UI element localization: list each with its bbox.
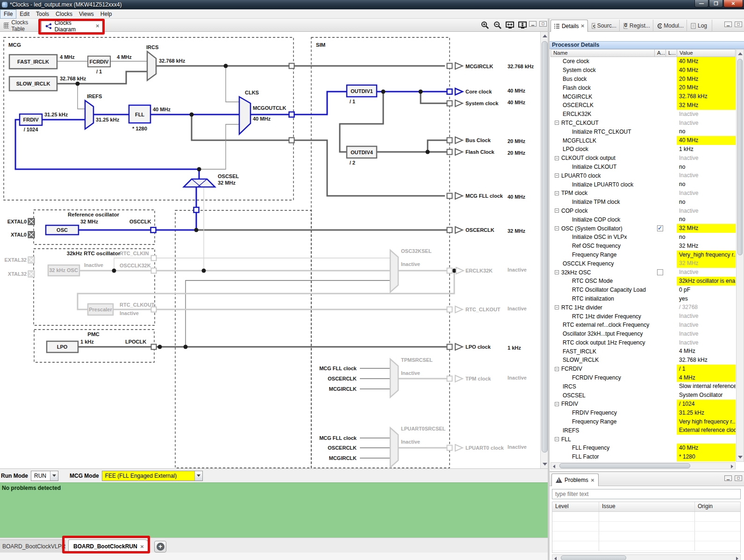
menu-clocks[interactable]: Clocks: [52, 10, 76, 18]
problems-horizontal-scrollbar[interactable]: [552, 554, 741, 560]
collapse-icon[interactable]: −: [555, 191, 559, 195]
scroll-left-icon[interactable]: [554, 557, 557, 560]
block-fcrdiv[interactable]: FCRDIV / 1: [88, 56, 110, 74]
details-row[interactable]: Frequency RangeVery_high frequency r...: [551, 251, 736, 259]
menu-edit[interactable]: Edit: [16, 10, 33, 18]
block-rtc32k-osc[interactable]: 32 kHz OSC: [48, 265, 79, 276]
collapse-icon[interactable]: −: [555, 367, 559, 371]
collapse-icon[interactable]: −: [555, 270, 559, 274]
add-config-button[interactable]: +: [154, 541, 166, 553]
problems-filter-input[interactable]: [552, 489, 741, 499]
details-row[interactable]: Initialize TPM clockno: [551, 198, 736, 207]
clocks-diagram-canvas[interactable]: MCG SIM Reference oscillator 32kHz RTC o…: [0, 32, 549, 468]
mux-clks[interactable]: CLKS: [239, 90, 259, 134]
details-row[interactable]: RTC 1Hz divider FrequencyInactive: [551, 312, 736, 321]
details-row[interactable]: IRCSSlow internal reference: [551, 382, 736, 391]
details-column-headers[interactable]: Name A... L... Value: [551, 49, 736, 57]
tab-close-icon[interactable]: ✕: [140, 544, 144, 549]
maximize-view-icon[interactable]: ◻: [735, 22, 742, 27]
menu-file[interactable]: File: [0, 9, 16, 19]
tab-sources[interactable]: c Sourc...: [589, 20, 620, 32]
tab-clocks-diagram[interactable]: Clocks Diagram ✕: [41, 20, 104, 32]
details-row[interactable]: IREFSExternal reference clock: [551, 426, 736, 435]
maximize-view-icon[interactable]: ◻: [539, 21, 547, 27]
menu-tools[interactable]: Tools: [33, 10, 52, 18]
checkbox[interactable]: ✓: [657, 225, 663, 231]
mux-ircs[interactable]: IRCS: [146, 44, 158, 80]
column-level[interactable]: Level: [552, 502, 599, 511]
column-origin[interactable]: Origin: [695, 502, 740, 511]
block-frdiv[interactable]: FRDIV / 1024: [20, 114, 42, 132]
scroll-right-icon[interactable]: [731, 465, 733, 468]
details-row[interactable]: Initialize COP clockno: [551, 215, 736, 224]
block-slow-irclk[interactable]: SLOW_IRCLK: [9, 77, 57, 91]
fit-height-icon[interactable]: [518, 21, 527, 29]
zoom-in-icon[interactable]: [480, 21, 489, 29]
minimize-view-icon[interactable]: ▁: [724, 22, 732, 27]
scroll-left-icon[interactable]: [553, 465, 555, 468]
column-a[interactable]: A...: [655, 50, 666, 57]
collapse-icon[interactable]: −: [555, 173, 559, 178]
scroll-up-icon[interactable]: [738, 52, 743, 55]
details-row[interactable]: −FCRDIV/ 1: [551, 365, 736, 373]
details-row[interactable]: RTC clock output 1Hz FrequencyInactive: [551, 338, 736, 347]
details-row[interactable]: −COP clockInactive: [551, 207, 736, 215]
details-horizontal-scrollbar[interactable]: [551, 462, 736, 469]
pin-extal0[interactable]: [28, 218, 35, 225]
minimize-view-icon[interactable]: ▁: [529, 21, 537, 27]
details-row[interactable]: Bus clock20 MHz: [551, 75, 736, 84]
mcg-mode-select[interactable]: FEE (FLL Engaged External): [102, 471, 203, 481]
boundary-connectors[interactable]: [151, 64, 452, 451]
menu-help[interactable]: Help: [97, 10, 115, 18]
minimize-button[interactable]: —: [694, 0, 708, 7]
details-row[interactable]: LPO clock1 kHz: [551, 145, 736, 154]
mux-oscsel[interactable]: OSCSEL 32 MHz: [184, 173, 239, 187]
pin-xtal32[interactable]: [28, 271, 35, 277]
scroll-down-icon[interactable]: [543, 463, 547, 466]
details-row[interactable]: Ref OSC frequency32 MHz: [551, 242, 736, 251]
tab-bootclockrun[interactable]: BOARD_BootClockRUN ✕: [68, 539, 149, 553]
block-osc[interactable]: OSC: [46, 225, 79, 235]
tab-registers[interactable]: 01 Regist...: [621, 20, 653, 32]
collapse-icon[interactable]: −: [555, 121, 559, 125]
close-button[interactable]: ✕: [723, 0, 743, 7]
collapse-icon[interactable]: −: [555, 208, 559, 213]
block-outdiv1[interactable]: OUTDIV1 / 1: [347, 85, 377, 104]
details-row[interactable]: FCRDIV Frequency4 MHz: [551, 373, 736, 382]
details-row[interactable]: −CLKOUT clock outputInactive: [551, 154, 736, 163]
scroll-down-icon[interactable]: [738, 456, 743, 459]
scrollbar-thumb[interactable]: [542, 41, 548, 452]
details-row[interactable]: MCGIRCLK32.768 kHz: [551, 92, 736, 101]
details-row[interactable]: SLOW_IRCLK32.768 kHz: [551, 356, 736, 365]
details-row[interactable]: Frequency RangeVery high frequency r...: [551, 417, 736, 426]
collapse-icon[interactable]: −: [555, 402, 559, 406]
details-row[interactable]: RTC external ref...clock FrequencyInacti…: [551, 321, 736, 330]
scrollbar-thumb[interactable]: [561, 555, 626, 560]
details-row[interactable]: Initialize CLKOUTno: [551, 163, 736, 172]
tab-bootclockvlpr[interactable]: BOARD_BootClockVLPR: [0, 539, 65, 553]
details-row[interactable]: −FRDIV/ 1024: [551, 400, 736, 409]
details-row[interactable]: OSCSELSystem Oscillator: [551, 391, 736, 400]
details-row[interactable]: −LPUART0 clockInactive: [551, 171, 736, 180]
details-row[interactable]: FRDIV Frequency31.25 kHz: [551, 409, 736, 417]
scroll-right-icon[interactable]: [736, 557, 738, 560]
details-row[interactable]: RTC OSC Mode32kHz oscillator is ena...: [551, 277, 736, 286]
tab-details[interactable]: Details ✕: [551, 20, 588, 32]
pin-xtal0[interactable]: [28, 231, 35, 238]
collapse-icon[interactable]: −: [555, 437, 559, 441]
scrollbar-thumb[interactable]: [559, 463, 690, 468]
details-row[interactable]: FLL Factor* 1280: [551, 452, 736, 461]
details-row[interactable]: MCGFLLCLK40 MHz: [551, 136, 736, 145]
column-name[interactable]: Name: [551, 50, 655, 57]
collapse-icon[interactable]: −: [555, 226, 559, 230]
menu-views[interactable]: Views: [76, 10, 97, 18]
mux-tpmsrcsel[interactable]: TPMSRCSEL Inactive: [390, 357, 433, 397]
run-mode-select[interactable]: RUN: [31, 471, 58, 481]
minimize-view-icon[interactable]: ▁: [724, 475, 732, 481]
block-fast-irclk[interactable]: FAST_IRCLK: [9, 55, 57, 69]
dropdown-arrow-icon[interactable]: [50, 471, 58, 481]
column-l[interactable]: L...: [666, 50, 677, 57]
block-prescaler[interactable]: Prescaler: [88, 304, 113, 315]
column-issue[interactable]: Issue: [599, 502, 695, 511]
tab-close-icon[interactable]: ✕: [581, 23, 585, 29]
